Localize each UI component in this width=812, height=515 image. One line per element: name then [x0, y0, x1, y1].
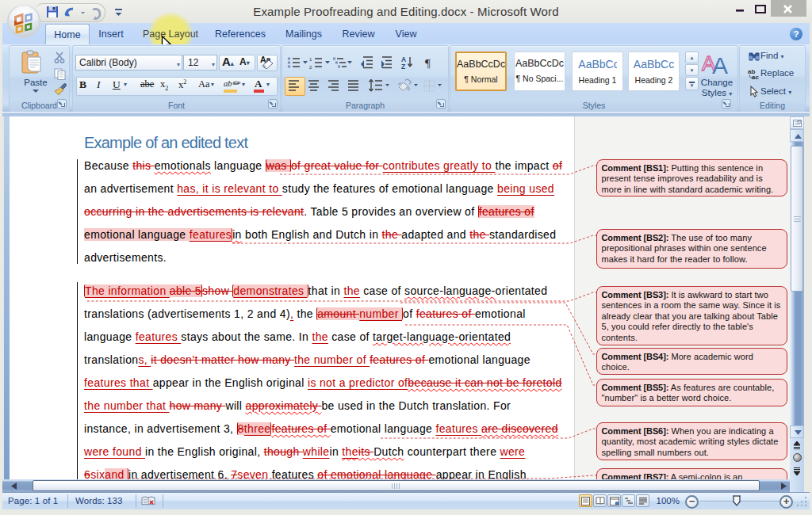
- svg-text:A: A: [712, 52, 728, 77]
- svg-text:Z: Z: [401, 63, 405, 71]
- svg-text:¶: ¶: [425, 57, 431, 70]
- svg-text:1: 1: [309, 57, 312, 62]
- svg-text:2: 2: [309, 65, 312, 70]
